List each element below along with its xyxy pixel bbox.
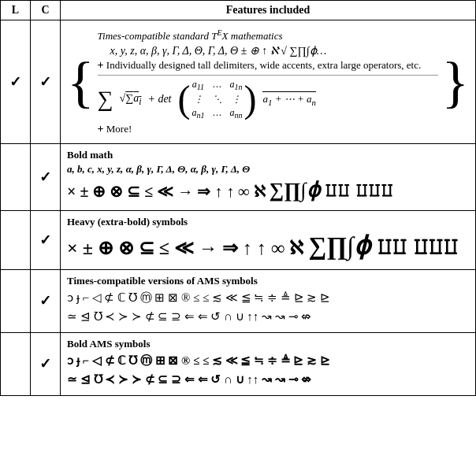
check-l-2: [1, 144, 31, 211]
m11: a11: [192, 79, 205, 91]
lparen-icon: (: [178, 80, 191, 118]
check-c-4: ✓: [31, 269, 61, 332]
right-brace-icon: }: [441, 54, 469, 110]
table-row: ✓ Bold math a, b, c, x, y, z, α, β, γ, Γ…: [1, 144, 476, 211]
m23: ⋮: [230, 94, 243, 105]
feature-title-5: Bold AMS symbols: [67, 338, 469, 350]
sqrt-expr: √∑ai: [120, 92, 142, 107]
checkmark-c-5: ✓: [39, 356, 51, 372]
check-c-1: ✓: [31, 20, 61, 144]
heavy-symbols-line: × ± ⊕ ⊗ ⊆ ≤ ≪ → ⇒ ↑ ↑ ∞ ℵ ∑∏∫ϕ ⨿⨿ ⨿⨿⨿: [67, 230, 469, 263]
checkmark-l-1: ✓: [9, 74, 21, 90]
header-l: L: [1, 1, 31, 20]
m12: …: [213, 79, 222, 91]
m21: ⋮: [192, 94, 205, 105]
overline-expr: a1 + ⋯ + an: [262, 91, 315, 107]
header-features: Features included: [61, 1, 476, 20]
checkmark-c-1: ✓: [39, 74, 51, 90]
feature-cell-3: Heavy (extra-bold) symbols × ± ⊕ ⊗ ⊆ ≤ ≪…: [61, 210, 476, 269]
sum-symbol: ∑: [98, 87, 113, 112]
feature-line1: Times-compatible standard TEX mathematic…: [98, 28, 439, 43]
feature-title-4: Times-compatible versions of AMS symbols: [67, 275, 469, 287]
feature-line2: + Individually designed tall delimiters,…: [98, 59, 439, 72]
feature-cell-5: Bold AMS symbols ɔ ɟ ⌐ ◁ ⊄ ℂ ℧ ⓜ ⊞ ⊠ ® ≤…: [61, 332, 476, 395]
m22: ⋱: [213, 94, 222, 105]
m13: a1n: [230, 79, 243, 91]
m33: ann: [230, 107, 243, 120]
check-l-4: [1, 269, 31, 332]
feature-cell-1: { Times-compatible standard TEX mathemat…: [61, 20, 476, 144]
plus-more-icon: +: [98, 123, 104, 135]
brace-inner-content: Times-compatible standard TEX mathematic…: [98, 27, 439, 137]
plus-det: + det: [147, 93, 171, 105]
feature-title-3: Heavy (extra-bold) symbols: [67, 216, 469, 228]
bold-ams-line2: ≃ ⊴ ℧ ≺ ≻ ≻ ⊄ ⊆ ⊇ ⇐ ⇐ ↺ ∩ ∪ ↑↑ ↝ ↝ ⊸ ⇎: [67, 371, 469, 389]
table-row: ✓ Times-compatible versions of AMS symbo…: [1, 269, 476, 332]
check-l-1: ✓: [1, 20, 31, 144]
check-l-3: [1, 210, 31, 269]
plus-icon: +: [98, 59, 104, 71]
m31: an1: [192, 107, 205, 120]
checkmark-c-3: ✓: [39, 232, 51, 248]
matrix-wrap: ( a11 … a1n ⋮ ⋱ ⋮ an1 …: [178, 79, 257, 120]
divider: [98, 75, 439, 76]
check-c-3: ✓: [31, 210, 61, 269]
ams-line1: ɔ ɟ ⌐ ◁ ⊄ ℂ ℧ ⓜ ⊞ ⊠ ® ≤ ≤ ≲ ≪ ≦ ≒ ≑ ≜ ⊵ …: [67, 289, 469, 307]
table-row: ✓ ✓ { Times-compatible standard TEX math…: [1, 20, 476, 144]
more-label: + More!: [98, 123, 439, 135]
header-c: C: [31, 1, 61, 20]
feature-cell-2: Bold math a, b, c, x, y, z, α, β, γ, Γ, …: [61, 144, 476, 211]
ams-line2: ≃ ⊴ ℧ ≺ ≻ ≻ ⊄ ⊆ ⊇ ⇐ ⇐ ↺ ∩ ∪ ↑↑ ↝ ↝ ⊸ ⇎: [67, 308, 469, 326]
matrix-content: a11 … a1n ⋮ ⋱ ⋮ an1 … ann: [192, 79, 243, 120]
left-brace-icon: {: [67, 54, 95, 110]
check-c-5: ✓: [31, 332, 61, 395]
checkmark-c-4: ✓: [39, 293, 51, 309]
table-row: ✓ Bold AMS symbols ɔ ɟ ⌐ ◁ ⊄ ℂ ℧ ⓜ ⊞ ⊠ ®…: [1, 332, 476, 395]
formula-row: ∑ √∑ai + det ( a11 … a: [98, 79, 439, 120]
brace-content: { Times-compatible standard TEX mathemat…: [67, 25, 469, 139]
checkmark-c-2: ✓: [39, 169, 51, 185]
rparen-icon: ): [244, 80, 257, 118]
check-l-5: [1, 332, 31, 395]
bold-math-line2: × ± ⊕ ⊗ ⊆ ≤ ≪ → ⇒ ↑ ↑ ∞ ℵ ∑∏∫ϕ ⨿⨿ ⨿⨿⨿: [67, 177, 469, 204]
table-row: ✓ Heavy (extra-bold) symbols × ± ⊕ ⊗ ⊆ ≤…: [1, 210, 476, 269]
m32: …: [213, 107, 222, 120]
bold-math-line1: a, b, c, x, y, z, α, β, γ, Γ, Δ, Θ, α, β…: [67, 163, 469, 176]
feature-title-2: Bold math: [67, 149, 469, 161]
feature-symbols-line: x, y, z, α, β, γ, Γ, Δ, Θ, Γ, Δ, Θ ± ⊕ ↑…: [110, 44, 439, 57]
bold-ams-line1: ɔ ɟ ⌐ ◁ ⊄ ℂ ℧ ⓜ ⊞ ⊠ ® ≤ ≤ ≲ ≪ ≦ ≒ ≑ ≜ ⊵ …: [67, 352, 469, 370]
table-header: L C Features included: [1, 1, 476, 20]
check-c-2: ✓: [31, 144, 61, 211]
feature-cell-4: Times-compatible versions of AMS symbols…: [61, 269, 476, 332]
